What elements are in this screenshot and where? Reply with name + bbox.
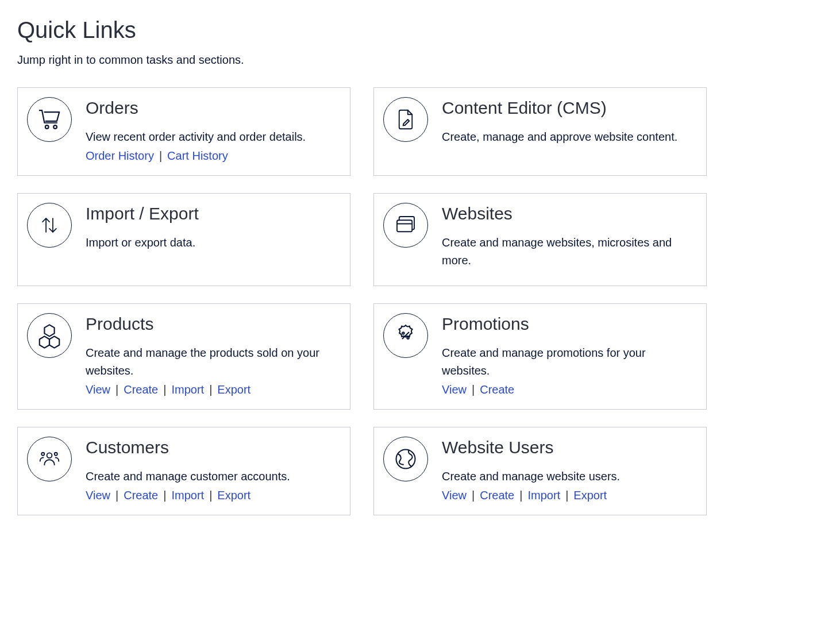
link-products-export[interactable]: Export xyxy=(217,383,251,396)
card-website-users[interactable]: Website Users Create and manage website … xyxy=(373,427,707,515)
svg-point-8 xyxy=(396,450,415,469)
svg-rect-2 xyxy=(397,220,412,232)
link-products-import[interactable]: Import xyxy=(171,383,204,396)
separator: | xyxy=(560,489,573,502)
svg-point-4 xyxy=(407,337,409,338)
separator: | xyxy=(467,383,480,396)
link-customers-view[interactable]: View xyxy=(86,489,110,502)
card-import-export[interactable]: Import / Export Import or export data. xyxy=(17,193,350,286)
card-websites[interactable]: Websites Create and manage websites, mic… xyxy=(373,193,707,286)
card-title: Import / Export xyxy=(86,204,335,223)
link-products-view[interactable]: View xyxy=(86,383,110,396)
link-cart-history[interactable]: Cart History xyxy=(167,149,228,163)
page-title: Quick Links xyxy=(17,17,823,43)
card-desc: Create and manage the products sold on y… xyxy=(86,344,335,380)
promo-icon xyxy=(383,313,428,358)
card-customers[interactable]: Customers Create and manage customer acc… xyxy=(17,427,350,515)
separator: | xyxy=(110,383,124,396)
card-title: Content Editor (CMS) xyxy=(442,98,691,118)
card-title: Promotions xyxy=(442,314,691,334)
link-products-create[interactable]: Create xyxy=(124,383,158,396)
link-website-users-create[interactable]: Create xyxy=(480,489,514,502)
link-customers-export[interactable]: Export xyxy=(217,489,251,502)
link-promotions-create[interactable]: Create xyxy=(480,383,514,396)
customers-icon xyxy=(27,437,72,481)
boxes-icon xyxy=(27,313,72,358)
card-products[interactable]: Products Create and manage the products … xyxy=(17,303,350,410)
card-links: View | Create xyxy=(442,383,691,396)
file-edit-icon xyxy=(383,97,428,142)
card-desc: Create and manage customer accounts. xyxy=(86,468,335,485)
link-promotions-view[interactable]: View xyxy=(442,383,467,396)
svg-point-1 xyxy=(53,125,57,129)
card-desc: Create and manage promotions for your we… xyxy=(442,344,691,380)
separator: | xyxy=(158,383,171,396)
link-website-users-import[interactable]: Import xyxy=(527,489,560,502)
separator: | xyxy=(467,489,480,502)
windows-icon xyxy=(383,203,428,248)
card-promotions[interactable]: Promotions Create and manage promotions … xyxy=(373,303,707,410)
separator: | xyxy=(110,489,124,502)
separator: | xyxy=(158,489,171,502)
card-desc: Create, manage and approve website conte… xyxy=(442,128,691,146)
globe-icon xyxy=(383,437,428,481)
card-desc: Create and manage website users. xyxy=(442,468,691,485)
separator: | xyxy=(204,489,217,502)
svg-point-7 xyxy=(55,453,57,456)
card-desc: Import or export data. xyxy=(86,234,335,252)
link-customers-import[interactable]: Import xyxy=(171,489,204,502)
card-title: Orders xyxy=(86,98,335,118)
card-links: Order History | Cart History xyxy=(86,149,335,163)
quick-links-grid: Orders View recent order activity and or… xyxy=(17,87,707,515)
card-title: Website Users xyxy=(442,438,691,457)
page-subtitle: Jump right in to common tasks and sectio… xyxy=(17,53,823,67)
card-desc: View recent order activity and order det… xyxy=(86,128,335,146)
card-title: Customers xyxy=(86,438,335,457)
link-website-users-view[interactable]: View xyxy=(442,489,467,502)
card-orders[interactable]: Orders View recent order activity and or… xyxy=(17,87,350,176)
card-links: View | Create | Import | Export xyxy=(86,383,335,396)
svg-point-3 xyxy=(402,332,404,334)
card-links: View | Create | Import | Export xyxy=(442,489,691,502)
card-content-editor[interactable]: Content Editor (CMS) Create, manage and … xyxy=(373,87,707,176)
separator: | xyxy=(204,383,217,396)
svg-point-5 xyxy=(47,453,52,458)
separator: | xyxy=(514,489,527,502)
svg-point-0 xyxy=(45,125,49,129)
card-title: Websites xyxy=(442,204,691,223)
link-website-users-export[interactable]: Export xyxy=(573,489,607,502)
separator: | xyxy=(154,149,167,163)
link-order-history[interactable]: Order History xyxy=(86,149,154,163)
svg-point-6 xyxy=(41,453,44,456)
card-title: Products xyxy=(86,314,335,334)
card-desc: Create and manage websites, microsites a… xyxy=(442,234,691,269)
card-links: View | Create | Import | Export xyxy=(86,489,335,502)
link-customers-create[interactable]: Create xyxy=(124,489,158,502)
cart-icon xyxy=(27,97,72,142)
import-export-icon xyxy=(27,203,72,248)
